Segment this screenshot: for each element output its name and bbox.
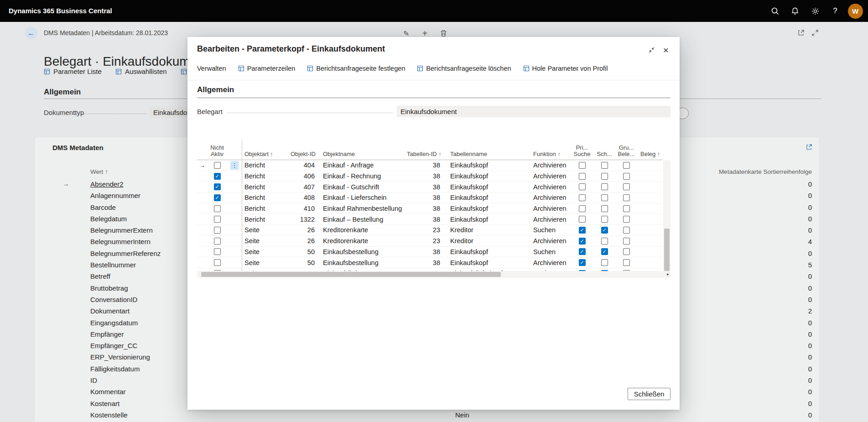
edit-button[interactable]: ✎ — [403, 29, 409, 38]
pri-suche-checkbox[interactable] — [579, 238, 586, 245]
metadata-name-link[interactable]: Kostenstelle — [90, 411, 128, 419]
collapse-dialog-button[interactable] — [648, 47, 655, 53]
column-header-sch[interactable]: Sch... — [593, 151, 616, 160]
gru-bele-checkbox[interactable] — [623, 216, 630, 223]
grid-cell-tabellenname[interactable]: Einkaufskopf — [442, 259, 525, 266]
grid-cell-tabellen-id[interactable]: 38 — [406, 216, 442, 223]
pri-suche-checkbox[interactable] — [579, 259, 586, 266]
metadata-name-link[interactable]: Eingangsdatum — [90, 319, 138, 327]
column-header-sortierreihenfolge[interactable]: Metadatenkarte Sortierreihenfolge — [719, 168, 812, 175]
column-header-tabellen-id[interactable]: Tabellen-ID ↑ — [406, 151, 442, 160]
grid-cell-funktion[interactable]: Archivieren — [525, 194, 571, 201]
help-button[interactable]: ? — [825, 0, 845, 22]
grid-cell-objekt-id[interactable]: 407 — [290, 183, 317, 191]
close-dialog-button[interactable]: × — [663, 45, 669, 55]
metadata-row[interactable]: Kostenstelle Nein 0 — [35, 410, 819, 421]
card-popout-button[interactable] — [806, 144, 812, 151]
grid-cell-tabellen-id[interactable]: 38 — [406, 205, 442, 212]
nicht-aktiv-checkbox[interactable] — [214, 173, 221, 180]
dialog-action-item[interactable]: Berichtsanfrageseite festlegen — [307, 65, 405, 72]
sch-checkbox[interactable] — [601, 183, 608, 190]
grid-cell-tabellenname[interactable]: Kreditor — [442, 226, 525, 234]
delete-button[interactable] — [440, 30, 447, 37]
sch-checkbox[interactable] — [601, 259, 608, 266]
grid-cell-objektname[interactable]: Einkaufsbestellung — [317, 259, 406, 266]
grid-row[interactable]: Bericht 406 Einkauf - Rechnung 38 Einkau… — [197, 171, 662, 182]
nicht-aktiv-checkbox[interactable] — [214, 227, 221, 234]
pri-suche-checkbox[interactable] — [579, 216, 586, 223]
nicht-aktiv-checkbox[interactable] — [214, 194, 221, 201]
grid-cell-objektart[interactable]: Bericht — [242, 205, 290, 212]
grid-cell-objektname[interactable]: Einkauf Rahmenbestellung — [317, 205, 406, 212]
metadata-name-link[interactable]: Kostenart — [90, 400, 120, 407]
metadata-name-link[interactable]: Betreff — [90, 272, 110, 280]
sch-checkbox[interactable] — [601, 227, 608, 234]
grid-row[interactable]: Seite 26 Kreditorenkarte 23 Kreditor Suc… — [197, 225, 662, 236]
sch-checkbox[interactable] — [601, 216, 608, 223]
grid-cell-tabellen-id[interactable]: 38 — [406, 248, 442, 255]
grid-cell-objekt-id[interactable]: 50 — [290, 259, 317, 266]
sch-checkbox[interactable] — [601, 194, 608, 201]
scroll-right-arrow-icon[interactable]: ▸ — [667, 271, 669, 276]
grid-cell-tabellenname[interactable]: Einkaufskopf — [442, 183, 525, 191]
grid-cell-funktion[interactable]: Archivieren — [525, 205, 571, 212]
grid-cell-tabellen-id[interactable]: 38 — [406, 194, 442, 201]
grid-row[interactable]: Bericht 410 Einkauf Rahmenbestellung 38 … — [197, 203, 662, 214]
grid-cell-objekt-id[interactable]: 50 — [290, 248, 317, 255]
metadata-name-link[interactable]: Empfänger — [90, 330, 124, 338]
gru-bele-checkbox[interactable] — [623, 259, 630, 266]
grid-cell-objekt-id[interactable]: 406 — [290, 172, 317, 180]
grid-cell-objektart[interactable]: Seite — [242, 259, 290, 266]
grid-cell-funktion[interactable]: Archivieren — [525, 162, 571, 169]
column-header-objektart[interactable]: Objektart ↑ — [242, 151, 290, 160]
nicht-aktiv-checkbox[interactable] — [214, 259, 221, 266]
sch-checkbox[interactable] — [601, 162, 608, 169]
more-options-button[interactable]: ⋯ — [572, 66, 579, 74]
grid-row[interactable]: Bericht 1322 Einkauf – Bestellung 38 Ein… — [197, 214, 662, 225]
grid-cell-funktion[interactable]: Archivieren — [525, 216, 571, 223]
grid-cell-tabellen-id[interactable]: 38 — [406, 172, 442, 180]
grid-cell-funktion[interactable]: Archivieren — [525, 237, 571, 245]
row-menu-icon[interactable]: ⋮ — [230, 161, 239, 170]
gru-bele-checkbox[interactable] — [623, 162, 630, 169]
column-header-objektname[interactable]: Objektname — [317, 151, 406, 160]
column-header-nicht-aktiv[interactable]: NichtAktiv — [207, 145, 227, 160]
sch-checkbox[interactable] — [601, 205, 608, 212]
nicht-aktiv-checkbox[interactable] — [214, 162, 221, 169]
grid-cell-tabellenname[interactable]: Einkaufskopf — [442, 162, 525, 169]
grid-cell-objektart[interactable]: Seite — [242, 237, 290, 245]
grid-cell-objektart[interactable]: Bericht — [242, 216, 290, 223]
search-button[interactable] — [765, 0, 785, 22]
grid-cell-objektname[interactable]: Einkauf - Anfrage — [317, 162, 406, 169]
grid-row[interactable]: → ⋮ Bericht 404 Einkauf - Anfrage 38 Ein… — [197, 160, 662, 171]
back-button[interactable]: ← — [25, 27, 37, 39]
column-header-tabellenname[interactable]: Tabellenname — [442, 151, 525, 160]
grid-row[interactable]: Bericht 407 Einkauf - Gutschrift 38 Eink… — [197, 182, 662, 193]
column-header-beleg[interactable]: Beleg ↑ — [637, 151, 662, 160]
grid-cell-objekt-id[interactable]: 404 — [290, 162, 317, 169]
grid-cell-objektart[interactable]: Bericht — [242, 172, 290, 180]
nicht-aktiv-checkbox[interactable] — [214, 205, 221, 212]
grid-cell-objektname[interactable]: Kreditorenkarte — [317, 237, 406, 245]
dialog-action-item[interactable]: Hole Parameter von Profil — [523, 65, 608, 72]
dialog-action-item[interactable]: Verwalten — [197, 65, 226, 72]
sch-checkbox[interactable] — [601, 173, 608, 180]
page-action-item[interactable]: Auswahllisten — [115, 68, 167, 75]
belegart-field[interactable]: Einkaufsdokument — [397, 106, 670, 117]
settings-button[interactable] — [805, 0, 825, 22]
gru-bele-checkbox[interactable] — [623, 194, 630, 201]
grid-row[interactable]: Bericht 408 Einkauf - Lieferschein 38 Ei… — [197, 193, 662, 203]
horizontal-scrollbar[interactable]: ▸ — [197, 271, 670, 278]
gru-bele-checkbox[interactable] — [623, 248, 630, 255]
grid-cell-objekt-id[interactable]: 26 — [290, 237, 317, 245]
grid-cell-funktion[interactable]: Suchen — [525, 226, 571, 234]
gru-bele-checkbox[interactable] — [623, 173, 630, 180]
column-header-wert[interactable]: Wert ↑ — [90, 168, 108, 175]
grid-cell-tabellen-id[interactable]: 38 — [406, 162, 442, 169]
grid-cell-tabellenname[interactable]: Einkaufskopf — [442, 216, 525, 223]
grid-cell-objektart[interactable]: Seite — [242, 226, 290, 234]
nicht-aktiv-checkbox[interactable] — [214, 238, 221, 245]
grid-cell-objektname[interactable]: Einkauf - Gutschrift — [317, 183, 406, 191]
schliessen-button[interactable]: Schließen — [628, 388, 670, 400]
grid-row[interactable]: Seite 50 Einkaufsbestellung 38 Einkaufsk… — [197, 257, 662, 268]
